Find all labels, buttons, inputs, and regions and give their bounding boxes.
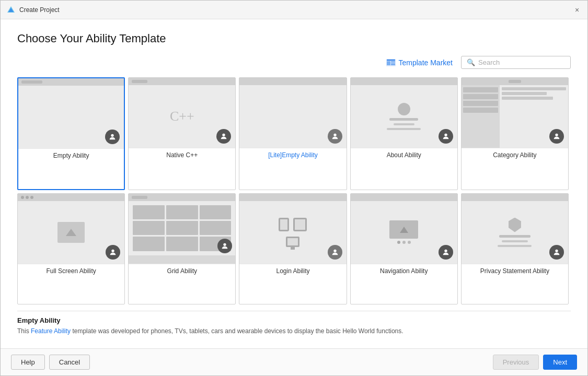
create-project-window: Create Project × Choose Your Ability Tem… bbox=[0, 0, 588, 376]
template-label-navigation-ability: Navigation Ability bbox=[378, 267, 430, 275]
template-card-privacy-statement-ability[interactable]: Privacy Statement Ability bbox=[461, 193, 569, 305]
template-card-grid-ability[interactable]: Grid Ability bbox=[128, 193, 236, 305]
template-label-category-ability: Category Ability bbox=[491, 151, 538, 159]
template-label-privacy-statement-ability: Privacy Statement Ability bbox=[478, 267, 551, 275]
template-label-about-ability: About Ability bbox=[385, 151, 423, 159]
svg-point-14 bbox=[333, 249, 336, 252]
svg-point-16 bbox=[555, 249, 558, 252]
search-icon: 🔍 bbox=[467, 58, 475, 66]
template-grid: Empty Ability C++ Native C++ [Lite]Empty… bbox=[17, 77, 571, 304]
footer-right: Previous Next bbox=[493, 355, 577, 370]
svg-point-13 bbox=[224, 243, 226, 245]
template-label-lite-empty-ability: [Lite]Empty Ability bbox=[266, 151, 320, 159]
cancel-button[interactable]: Cancel bbox=[49, 355, 90, 370]
svg-rect-5 bbox=[391, 61, 395, 63]
template-market-icon bbox=[386, 59, 396, 66]
footer-left: Help Cancel bbox=[11, 355, 90, 370]
template-card-lite-empty-ability[interactable]: [Lite]Empty Ability bbox=[239, 77, 347, 190]
template-market-label: Template Market bbox=[399, 58, 453, 67]
svg-point-12 bbox=[112, 249, 114, 252]
search-box[interactable]: 🔍 bbox=[461, 56, 571, 69]
info-desc-prefix: This bbox=[17, 327, 31, 335]
svg-rect-3 bbox=[387, 60, 395, 61]
template-market-button[interactable]: Template Market bbox=[386, 58, 453, 67]
template-label-native-cpp: Native C++ bbox=[164, 151, 200, 159]
template-label-full-screen-ability: Full Screen Ability bbox=[44, 267, 98, 275]
page-title: Choose Your Ability Template bbox=[17, 32, 571, 45]
template-card-native-cpp[interactable]: C++ Native C++ bbox=[128, 77, 236, 190]
template-card-login-ability[interactable]: Login Ability bbox=[239, 193, 347, 305]
info-desc: This Feature Ability template was develo… bbox=[17, 326, 571, 336]
template-label-empty-ability: Empty Ability bbox=[51, 152, 91, 159]
svg-point-11 bbox=[555, 134, 558, 136]
toolbar: Template Market 🔍 bbox=[17, 56, 571, 69]
svg-point-10 bbox=[444, 134, 447, 136]
main-content: Choose Your Ability Template Template Ma… bbox=[1, 19, 587, 348]
svg-point-15 bbox=[444, 249, 447, 252]
title-bar: Create Project × bbox=[1, 1, 587, 19]
svg-point-8 bbox=[223, 134, 225, 136]
window-title: Create Project bbox=[19, 6, 60, 14]
search-input[interactable] bbox=[478, 58, 565, 66]
info-desc-link[interactable]: Feature Ability bbox=[31, 327, 71, 335]
help-button[interactable]: Help bbox=[11, 355, 45, 370]
footer: Help Cancel Previous Next bbox=[1, 348, 587, 375]
grid-area: Empty Ability C++ Native C++ [Lite]Empty… bbox=[17, 77, 571, 304]
template-card-category-ability[interactable]: Category Ability bbox=[461, 77, 569, 190]
close-button[interactable]: × bbox=[573, 6, 581, 14]
info-section: Empty Ability This Feature Ability templ… bbox=[17, 316, 571, 336]
info-divider bbox=[17, 311, 571, 311]
svg-rect-6 bbox=[391, 63, 395, 65]
template-card-navigation-ability[interactable]: Navigation Ability bbox=[350, 193, 458, 305]
template-card-about-ability[interactable]: About Ability bbox=[350, 77, 458, 190]
info-desc-suffix: template was developed for phones, TVs, … bbox=[71, 327, 403, 335]
next-button[interactable]: Next bbox=[543, 355, 577, 370]
template-card-full-screen-ability[interactable]: Full Screen Ability bbox=[17, 193, 125, 305]
info-title: Empty Ability bbox=[17, 316, 571, 324]
template-card-empty-ability[interactable]: Empty Ability bbox=[17, 77, 125, 190]
svg-point-9 bbox=[333, 134, 336, 136]
svg-point-7 bbox=[111, 134, 114, 137]
title-bar-left: Create Project bbox=[7, 6, 60, 14]
previous-button[interactable]: Previous bbox=[493, 355, 539, 370]
template-label-grid-ability: Grid Ability bbox=[165, 267, 199, 275]
svg-rect-4 bbox=[387, 61, 390, 65]
app-icon bbox=[7, 6, 15, 14]
template-label-login-ability: Login Ability bbox=[274, 267, 312, 275]
